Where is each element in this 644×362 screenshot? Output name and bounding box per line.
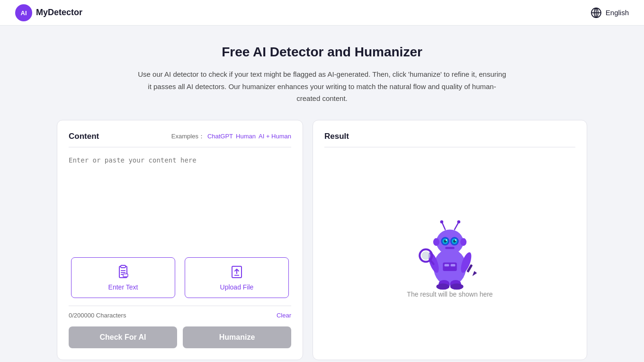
svg-point-27 (455, 239, 456, 241)
svg-rect-28 (445, 247, 455, 249)
svg-rect-43 (445, 264, 449, 266)
svg-rect-42 (443, 262, 456, 271)
svg-point-40 (436, 283, 449, 290)
globe-icon (590, 7, 602, 18)
examples-area: Examples： ChatGPT Human AI + Human (171, 132, 291, 141)
content-divider (69, 147, 291, 147)
language-label: English (606, 9, 629, 17)
char-count: 0/200000 Characters (69, 312, 126, 319)
result-panel-header: Result (324, 132, 575, 141)
robot-illustration (407, 205, 492, 290)
header: AI MyDetector English (0, 0, 644, 26)
upload-file-label: Upload File (220, 283, 254, 291)
content-textarea[interactable] (69, 155, 291, 250)
content-panel: Content Examples： ChatGPT Human AI + Hum… (57, 120, 303, 360)
example-human-link[interactable]: Human (236, 133, 256, 140)
logo-icon: AI (15, 4, 32, 21)
svg-point-33 (421, 251, 430, 260)
result-divider (324, 147, 575, 147)
example-chatgpt-link[interactable]: ChatGPT (207, 133, 233, 140)
result-panel-title: Result (324, 132, 349, 141)
logo: AI MyDetector (15, 4, 82, 21)
svg-point-30 (460, 238, 466, 245)
enter-text-button[interactable]: Enter Text (71, 257, 175, 298)
content-panel-title: Content (69, 132, 99, 141)
svg-point-17 (440, 220, 444, 223)
upload-file-button[interactable]: Upload File (185, 257, 289, 298)
page-title: Free AI Detector and Humanizer (222, 45, 422, 60)
svg-rect-44 (451, 264, 456, 266)
result-panel: Result (313, 120, 587, 360)
language-selector[interactable]: English (590, 7, 629, 18)
bottom-buttons: Check For AI Humanize (69, 326, 291, 348)
content-panel-header: Content Examples： ChatGPT Human AI + Hum… (69, 132, 291, 141)
char-count-row: 0/200000 Characters Clear (69, 306, 291, 319)
main-content: Free AI Detector and Humanizer Use our A… (0, 26, 644, 362)
svg-point-29 (433, 238, 439, 245)
svg-point-19 (457, 220, 461, 223)
page-description: Use our AI detector to check if your tex… (137, 68, 507, 105)
svg-point-41 (450, 283, 464, 290)
examples-label: Examples： (171, 132, 205, 141)
upload-icon (229, 264, 244, 280)
svg-line-16 (442, 222, 446, 229)
logo-text: MyDetector (36, 8, 82, 18)
result-placeholder: The result will be shown here (407, 290, 492, 298)
svg-point-26 (446, 239, 447, 241)
result-content: The result will be shown here (324, 155, 575, 348)
clear-button[interactable]: Clear (277, 312, 291, 319)
example-ai-human-link[interactable]: AI + Human (259, 133, 291, 140)
enter-text-label: Enter Text (108, 283, 138, 291)
svg-text:AI: AI (21, 9, 27, 17)
action-buttons-row: Enter Text Upload File (69, 257, 291, 298)
clipboard-icon (116, 264, 131, 280)
svg-point-15 (436, 229, 463, 254)
svg-marker-37 (472, 271, 477, 276)
svg-line-18 (455, 222, 458, 229)
humanize-button[interactable]: Humanize (183, 326, 291, 348)
svg-rect-11 (123, 274, 128, 277)
panels: Content Examples： ChatGPT Human AI + Hum… (57, 120, 587, 360)
svg-rect-7 (121, 265, 125, 268)
check-for-ai-button[interactable]: Check For AI (69, 326, 177, 348)
